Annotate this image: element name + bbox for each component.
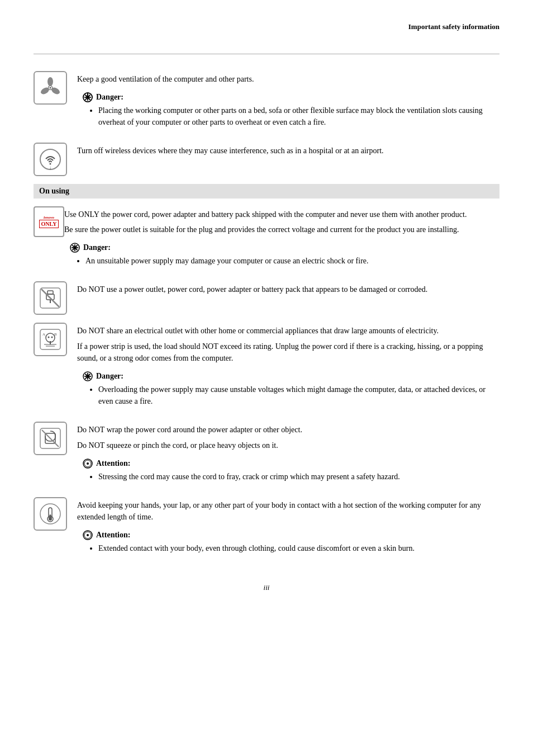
danger-label-3: Danger: xyxy=(83,371,499,381)
attention-label-2: Attention: xyxy=(83,530,499,540)
no-wrap-icon xyxy=(34,422,67,455)
svg-point-47 xyxy=(40,504,60,524)
danger-symbol-1 xyxy=(83,92,93,102)
no-share-text-block: Do NOT share an electrical outlet with o… xyxy=(77,323,499,414)
wireless-text-block: Turn off wireless devices where they may… xyxy=(77,143,499,160)
no-damaged-text-block: Do NOT use a power outlet, power cord, p… xyxy=(77,281,499,299)
lenovo-text: lenovo xyxy=(44,215,54,220)
hot-text: Avoid keeping your hands, your lap, or a… xyxy=(77,499,499,523)
attention-bullets-1: Stressing the cord may cause the cord to… xyxy=(98,471,499,483)
danger-bullet-2-0: An unsuitable power supply may damage yo… xyxy=(85,255,499,267)
header-divider xyxy=(34,54,499,54)
wireless-icon: i xyxy=(34,143,67,176)
attention-symbol-2 xyxy=(83,530,93,540)
lenovo-only-section: lenovo ONLY Use ONLY the power cord, pow… xyxy=(34,206,499,273)
no-share-section: A B Do NOT share an electrical outlet wi… xyxy=(34,323,499,414)
on-using-heading: On using xyxy=(34,184,499,199)
no-wrap-text-block: Do NOT wrap the power cord around the po… xyxy=(77,422,499,489)
attention-label-1: Attention: xyxy=(83,459,499,469)
header-title: Important safety information xyxy=(408,22,499,31)
svg-text:i: i xyxy=(50,166,51,171)
svg-line-43 xyxy=(42,430,59,447)
no-damaged-text: Do NOT use a power outlet, power cord, p… xyxy=(77,284,499,296)
svg-point-5 xyxy=(50,87,51,89)
no-share-danger: Danger: Overloading the power supply may… xyxy=(77,371,499,407)
hot-text-block: Avoid keeping your hands, your lap, or a… xyxy=(77,497,499,561)
svg-rect-23 xyxy=(47,291,53,294)
danger-label-1: Danger: xyxy=(83,92,499,102)
svg-line-26 xyxy=(41,289,59,307)
svg-point-29 xyxy=(48,337,50,338)
danger-bullets-1: Placing the working computer or other pa… xyxy=(98,105,499,128)
svg-text:B: B xyxy=(54,332,57,337)
no-share-para-0: Do NOT share an electrical outlet with o… xyxy=(77,325,499,337)
ventilation-section: Keep a good ventilation of the computer … xyxy=(34,71,499,135)
attention-bullet-2-0: Extended contact with your body, even th… xyxy=(98,542,499,554)
page-number: iii xyxy=(34,583,499,592)
svg-point-28 xyxy=(46,333,55,342)
hot-section: Avoid keeping your hands, your lap, or a… xyxy=(34,497,499,561)
lenovo-only-text-block: Use ONLY the power cord, power adapter a… xyxy=(64,206,499,273)
no-wrap-section: Do NOT wrap the power cord around the po… xyxy=(34,422,499,489)
danger-text-1: Danger: xyxy=(96,93,123,102)
hot-attention: Attention: Extended contact with your bo… xyxy=(77,530,499,554)
attention-text-1: Attention: xyxy=(96,459,130,468)
danger-text-2: Danger: xyxy=(83,243,111,252)
ventilation-danger: Danger: Placing the working computer or … xyxy=(77,92,499,128)
svg-point-46 xyxy=(87,462,89,465)
attention-bullet-1-0: Stressing the cord may cause the cord to… xyxy=(98,471,499,483)
attention-text-2: Attention: xyxy=(96,531,130,540)
svg-point-1 xyxy=(47,77,53,86)
wireless-text: Turn off wireless devices where they may… xyxy=(77,145,499,157)
only-text: ONLY xyxy=(39,220,59,228)
hot-icon xyxy=(34,497,67,531)
no-wrap-para-1: Do NOT squeeze or pinch the cord, or pla… xyxy=(77,440,499,452)
svg-point-51 xyxy=(49,517,52,521)
svg-text:A: A xyxy=(42,332,45,337)
no-wrap-para-0: Do NOT wrap the power cord around the po… xyxy=(77,424,499,436)
danger-bullets-2: An unsuitable power supply may damage yo… xyxy=(85,255,499,267)
no-electrical-icon: A B xyxy=(34,323,67,356)
danger-bullet-1-0: Placing the working computer or other pa… xyxy=(98,105,499,128)
attention-bullets-2: Extended contact with your body, even th… xyxy=(98,542,499,554)
danger-bullets-3: Overloading the power supply may cause u… xyxy=(98,384,499,407)
no-plug-icon xyxy=(34,281,67,315)
svg-point-54 xyxy=(87,534,89,536)
no-wrap-attention: Attention: Stressing the cord may cause … xyxy=(77,459,499,483)
danger-symbol-2 xyxy=(70,243,80,253)
danger-bullet-3-0: Overloading the power supply may cause u… xyxy=(98,384,499,407)
svg-point-15 xyxy=(50,163,51,164)
attention-symbol-1 xyxy=(83,459,93,469)
ventilation-text-block: Keep a good ventilation of the computer … xyxy=(77,71,499,135)
danger-label-2: Danger: xyxy=(70,243,499,253)
no-damaged-section: Do NOT use a power outlet, power cord, p… xyxy=(34,281,499,315)
no-share-para-1: If a power strip is used, the load shoul… xyxy=(77,341,499,365)
lenovo-danger: Danger: An unsuitable power supply may d… xyxy=(64,243,499,267)
page-header: Important safety information xyxy=(34,22,499,31)
fan-icon xyxy=(34,71,67,105)
danger-symbol-3 xyxy=(83,371,93,381)
lenovo-only-icon: lenovo ONLY xyxy=(34,206,64,237)
lenovo-para-1: Be sure the power outlet is suitable for… xyxy=(64,224,499,236)
ventilation-text: Keep a good ventilation of the computer … xyxy=(77,73,499,86)
wireless-section: i Turn off wireless devices where they m… xyxy=(34,143,499,176)
svg-point-30 xyxy=(51,337,53,338)
danger-text-3: Danger: xyxy=(96,372,123,381)
lenovo-para-0: Use ONLY the power cord, power adapter a… xyxy=(64,209,499,221)
